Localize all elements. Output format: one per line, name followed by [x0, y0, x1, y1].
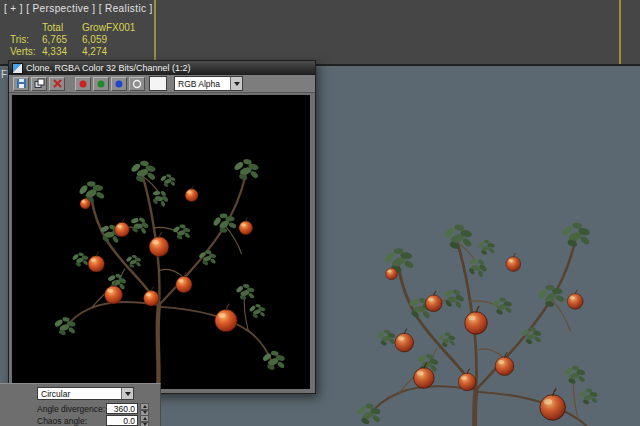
- red-x-icon: [52, 78, 63, 89]
- stats-tris-label: Tris:: [10, 34, 42, 46]
- alpha-circle-icon: [132, 79, 142, 89]
- render-canvas[interactable]: [12, 95, 310, 389]
- render-window-title: Clone, RGBA Color 32 Bits/Channel (1:2): [26, 63, 191, 73]
- channel-display-dropdown[interactable]: RGB Alpha: [174, 76, 243, 91]
- stats-row-verts: Verts: 4,334 4,274: [10, 46, 154, 58]
- clear-render-button[interactable]: [49, 77, 65, 91]
- viewport-label[interactable]: [ + ] [ Perspective ] [ Realistic ]: [4, 3, 153, 14]
- render-window-icon: [12, 63, 23, 74]
- copy-icon: [34, 78, 45, 89]
- stats-verts-label: Verts:: [10, 46, 42, 58]
- 3ds-max-screen: [ + ] [ Perspective ] [ Realistic ] Tota…: [0, 0, 640, 426]
- channel-display-value: RGB Alpha: [178, 79, 220, 89]
- stats-header-row: Total GrowFX001: [10, 22, 154, 34]
- growfx-parameters-panel: Circular Angle divergence: Chaos angle:: [0, 383, 161, 426]
- chevron-down-icon: [121, 388, 133, 399]
- blue-dot-icon: [114, 79, 124, 89]
- alpha-channel-button[interactable]: [129, 77, 145, 91]
- chaos-angle-label: Chaos angle:: [37, 416, 87, 426]
- spinner-down-icon[interactable]: [140, 422, 149, 426]
- shape-type-dropdown[interactable]: Circular: [37, 387, 134, 400]
- viewport-border-left: [154, 0, 156, 64]
- color-swatch[interactable]: [149, 76, 167, 91]
- red-dot-icon: [78, 79, 88, 89]
- green-dot-icon: [96, 79, 106, 89]
- stats-verts-object: 4,274: [82, 46, 154, 58]
- stats-header-object: GrowFX001: [82, 22, 154, 34]
- viewport-statistics: Total GrowFX001 Tris: 6,765 6,059 Verts:…: [10, 22, 154, 58]
- render-frame-window: Clone, RGBA Color 32 Bits/Channel (1:2): [8, 60, 316, 394]
- stats-row-tris: Tris: 6,765 6,059: [10, 34, 154, 46]
- blue-channel-button[interactable]: [111, 77, 127, 91]
- stats-verts-total: 4,334: [42, 46, 82, 58]
- render-window-titlebar[interactable]: Clone, RGBA Color 32 Bits/Channel (1:2): [9, 61, 315, 75]
- stats-tris-total: 6,765: [42, 34, 82, 46]
- stats-header-total: Total: [42, 22, 82, 34]
- shape-type-value: Circular: [41, 389, 70, 399]
- chevron-down-icon: [230, 77, 242, 90]
- save-image-button[interactable]: [13, 77, 29, 91]
- render-window-toolbar: RGB Alpha: [9, 75, 315, 93]
- apple-tree-model[interactable]: [295, 154, 640, 426]
- top-viewport-strip: [ + ] [ Perspective ] [ Realistic ] Tota…: [0, 0, 640, 64]
- red-channel-button[interactable]: [75, 77, 91, 91]
- viewport-border-right: [619, 0, 621, 64]
- disk-icon: [16, 78, 27, 89]
- green-channel-button[interactable]: [93, 77, 109, 91]
- angle-divergence-label: Angle divergence:: [37, 404, 105, 414]
- chaos-angle-spinner[interactable]: [140, 415, 149, 426]
- clone-render-button[interactable]: [31, 77, 47, 91]
- chaos-angle-field[interactable]: [106, 415, 138, 426]
- apple-tree-render: [24, 99, 294, 389]
- angle-divergence-field[interactable]: [106, 403, 138, 414]
- stats-tris-object: 6,059: [82, 34, 154, 46]
